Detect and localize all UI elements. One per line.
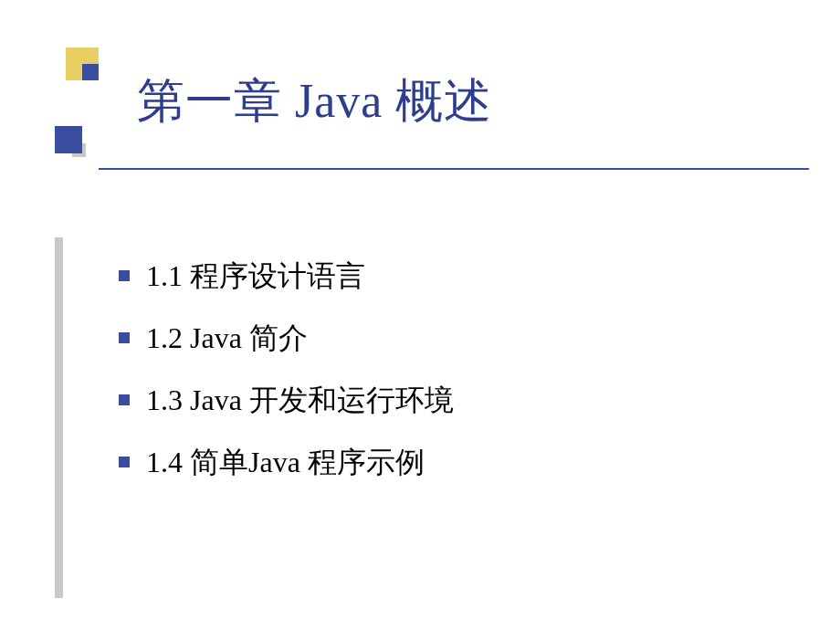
title-underline <box>99 168 809 170</box>
bullet-icon <box>119 457 130 467</box>
list-item: 1.4 简单Java 程序示例 <box>119 440 785 484</box>
decoration-top-group <box>33 47 99 113</box>
slide-container: 第一章 Java 概述 1.1 程序设计语言 1.2 Java 简介 1.3 J… <box>0 0 840 630</box>
body-side-bar <box>55 237 63 598</box>
slide-title: 第一章 Java 概述 <box>137 69 794 133</box>
list-item-label: 1.3 Java 开发和运行环境 <box>146 378 454 422</box>
outline-list: 1.1 程序设计语言 1.2 Java 简介 1.3 Java 开发和运行环境 … <box>119 254 785 484</box>
blue-square-icon <box>82 64 99 80</box>
decoration-bottom-group <box>55 126 100 172</box>
list-item-label: 1.4 简单Java 程序示例 <box>146 440 425 484</box>
list-item: 1.1 程序设计语言 <box>119 254 785 298</box>
list-item-label: 1.1 程序设计语言 <box>146 254 365 298</box>
blue-square-medium-icon <box>55 126 82 153</box>
title-area: 第一章 Java 概述 <box>137 69 794 133</box>
bullet-icon <box>119 394 130 405</box>
list-item: 1.2 Java 简介 <box>119 316 785 360</box>
bullet-icon <box>119 270 130 281</box>
list-item: 1.3 Java 开发和运行环境 <box>119 378 785 422</box>
list-item-label: 1.2 Java 简介 <box>146 316 308 360</box>
content-area: 1.1 程序设计语言 1.2 Java 简介 1.3 Java 开发和运行环境 … <box>119 254 785 502</box>
bullet-icon <box>119 332 130 343</box>
